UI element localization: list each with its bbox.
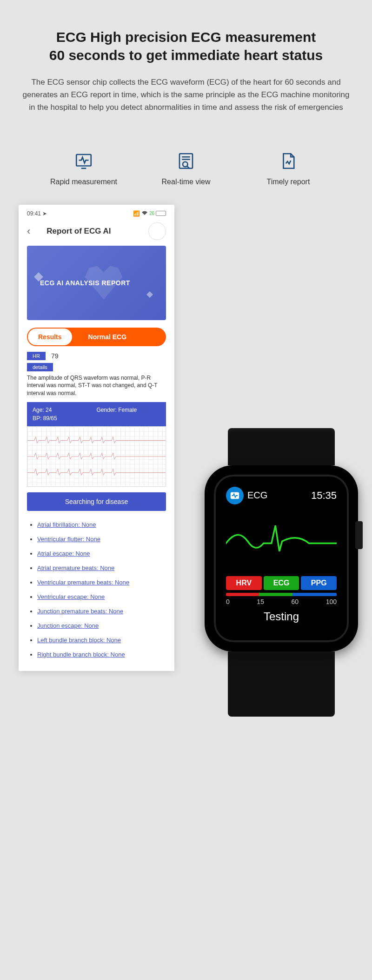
- bp-value: BP: 89/65: [33, 414, 97, 423]
- disease-link[interactable]: Right bundle branch block: None: [37, 651, 125, 658]
- disease-link[interactable]: Ventricular premature beats: None: [37, 579, 129, 586]
- details-text: The amplitude of QRS waveform was normal…: [27, 374, 166, 397]
- location-arrow-icon: ➤: [42, 210, 47, 217]
- disease-link[interactable]: Atrial fibrillation: None: [37, 521, 96, 528]
- results-tab[interactable]: Results: [28, 329, 72, 345]
- list-item: Junction premature beats: None: [37, 604, 166, 618]
- progress-bar: [226, 593, 337, 596]
- signal-icon: 📶: [133, 210, 140, 217]
- disease-link[interactable]: Junction escape: None: [37, 622, 99, 629]
- disease-list: Atrial fibrillation: None Ventricular fl…: [27, 517, 166, 662]
- list-item: Right bundle branch block: None: [37, 647, 166, 662]
- watch-mockup: ECG 15:35 HRV ECG PPG 0 15: [198, 428, 365, 717]
- ecg-app-icon: [226, 487, 244, 504]
- watch-case: ECG 15:35 HRV ECG PPG 0 15: [205, 465, 358, 651]
- list-item: Junction escape: None: [37, 618, 166, 633]
- hr-row: HR 79: [27, 352, 166, 360]
- details-tag: details: [27, 363, 53, 371]
- feature-label: Timely report: [251, 178, 326, 186]
- disease-link[interactable]: Junction premature beats: None: [37, 608, 123, 615]
- ecg-button[interactable]: ECG: [264, 576, 299, 590]
- disease-link[interactable]: Ventricular escape: None: [37, 593, 105, 600]
- navbar: ‹ Report of ECG AI: [27, 220, 166, 246]
- hr-value: 79: [51, 352, 59, 360]
- back-button[interactable]: ‹: [27, 225, 30, 237]
- results-pill: Results Normal ECG: [27, 328, 166, 346]
- battery-icon: 26: [149, 211, 166, 216]
- ecg-wave: [226, 504, 337, 574]
- hr-tag: HR: [27, 352, 46, 360]
- testing-label: Testing: [226, 610, 337, 623]
- list-item: Atrial fibrillation: None: [37, 517, 166, 532]
- watch-screen: ECG 15:35 HRV ECG PPG 0 15: [214, 475, 349, 642]
- feature-realtime: Real-time view: [149, 151, 223, 186]
- disease-link[interactable]: Left bundle branch block: None: [37, 637, 121, 644]
- pulse-monitor-icon: [74, 151, 93, 171]
- list-item: Ventricular flutter: None: [37, 532, 166, 546]
- list-item: Left bundle branch block: None: [37, 633, 166, 647]
- hrv-button[interactable]: HRV: [226, 576, 262, 590]
- disease-link[interactable]: Ventricular flutter: None: [37, 536, 100, 543]
- feature-label: Rapid measurement: [46, 178, 121, 186]
- normal-ecg-tab[interactable]: Normal ECG: [72, 329, 137, 345]
- avatar[interactable]: [148, 222, 166, 240]
- disease-link[interactable]: Atrial escape: None: [37, 550, 90, 557]
- feature-report: Timely report: [251, 151, 326, 186]
- watch-strap-top: [228, 428, 335, 465]
- app-label: ECG: [247, 490, 267, 501]
- feature-rapid: Rapid measurement: [46, 151, 121, 186]
- svg-point-2: [183, 161, 188, 167]
- search-doc-icon: [176, 151, 196, 171]
- mode-buttons: HRV ECG PPG: [226, 576, 337, 590]
- progress-ticks: 0 15 60 100: [226, 598, 337, 605]
- feature-label: Real-time view: [149, 178, 223, 186]
- page-title: Report of ECG AI: [46, 227, 111, 236]
- searching-header: Searching for disease: [27, 492, 166, 511]
- hero-desc: The ECG sensor chip collects the ECG wav…: [14, 76, 358, 114]
- list-item: Ventricular premature beats: None: [37, 575, 166, 590]
- report-banner: ECG AI ANALYSIS REPORT: [27, 246, 166, 320]
- status-bar: 09:41 ➤ 📶 26: [27, 209, 166, 220]
- report-doc-icon: [279, 151, 298, 171]
- features-row: Rapid measurement Real-time view Timely …: [0, 151, 372, 186]
- watch-strap-bottom: [228, 651, 335, 717]
- ecg-chart: [27, 426, 166, 487]
- watch-time: 15:35: [311, 490, 337, 502]
- hero-title: ECG High precision ECG measurement 60 se…: [14, 28, 358, 64]
- list-item: Atrial premature beats: None: [37, 561, 166, 575]
- disease-link[interactable]: Atrial premature beats: None: [37, 564, 114, 571]
- age-value: Age: 24: [33, 406, 97, 414]
- gender-value: Gender: Female: [97, 406, 161, 414]
- details-row: details: [27, 363, 166, 371]
- phone-mockup: 09:41 ➤ 📶 26 ‹ Report of ECG AI ECG AI A…: [19, 205, 174, 671]
- wifi-icon: [141, 210, 148, 217]
- list-item: Atrial escape: None: [37, 546, 166, 561]
- hero-section: ECG High precision ECG measurement 60 se…: [0, 0, 372, 128]
- ppg-button[interactable]: PPG: [301, 576, 337, 590]
- patient-info: Age: 24 Gender: Female BP: 89/65: [27, 402, 166, 426]
- list-item: Ventricular escape: None: [37, 590, 166, 604]
